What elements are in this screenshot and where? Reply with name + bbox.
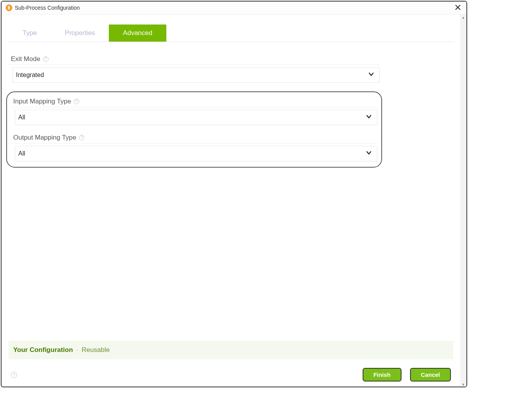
- tab-advanced[interactable]: Advanced: [109, 24, 166, 42]
- footer: ? Finish Cancel: [9, 367, 453, 387]
- select-value: Integrated: [16, 72, 44, 79]
- summary-label: Your Configuration: [13, 346, 73, 354]
- select-value: All: [18, 114, 25, 121]
- close-icon[interactable]: [453, 4, 463, 12]
- scroll-down-arrow[interactable]: ▼: [460, 382, 466, 387]
- cancel-button[interactable]: Cancel: [410, 368, 451, 382]
- summary-value: Reusable: [82, 346, 110, 354]
- field-label: Exit Mode: [11, 55, 40, 63]
- form-area: Exit Mode ? Integrated Input Mapping Typ…: [9, 42, 380, 168]
- help-icon[interactable]: ?: [11, 372, 17, 378]
- chevron-down-icon: [366, 114, 372, 121]
- config-summary: Your Configuration · Reusable: [9, 341, 453, 359]
- help-icon[interactable]: ?: [79, 135, 84, 140]
- exit-mode-label-row: Exit Mode ?: [9, 55, 380, 65]
- chevron-down-icon: [366, 150, 372, 157]
- tab-type[interactable]: Type: [9, 24, 51, 42]
- tab-label: Properties: [65, 29, 95, 37]
- tab-label: Advanced: [123, 29, 152, 37]
- output-mapping-select[interactable]: All: [15, 146, 377, 161]
- finish-button[interactable]: Finish: [363, 368, 402, 382]
- input-mapping-select[interactable]: All: [15, 110, 377, 125]
- titlebar: Sub-Process Configuration: [2, 2, 466, 14]
- mapping-type-highlight: Input Mapping Type ? All Output Mapping …: [6, 91, 382, 168]
- exit-mode-select[interactable]: Integrated: [12, 67, 380, 83]
- input-mapping-label-row: Input Mapping Type ?: [11, 98, 377, 107]
- chevron-down-icon: [368, 72, 374, 79]
- help-icon[interactable]: ?: [74, 99, 79, 104]
- select-value: All: [18, 150, 25, 157]
- dialog-frame: Sub-Process Configuration Type Propertie…: [1, 1, 467, 387]
- tab-label: Type: [23, 29, 37, 37]
- vertical-scrollbar[interactable]: ▲ ▼: [460, 14, 466, 387]
- tab-bar: Type Properties Advanced: [9, 24, 453, 42]
- separator-dot: ·: [77, 346, 79, 354]
- content: Type Properties Advanced Exit Mode ? Int…: [2, 14, 460, 387]
- app-icon: [5, 4, 12, 11]
- dialog-title: Sub-Process Configuration: [15, 5, 453, 11]
- scroll-track[interactable]: [460, 21, 466, 382]
- field-label: Output Mapping Type: [13, 134, 76, 142]
- help-icon[interactable]: ?: [43, 56, 49, 62]
- field-label: Input Mapping Type: [13, 98, 71, 105]
- output-mapping-label-row: Output Mapping Type ?: [11, 134, 377, 144]
- scroll-area: Type Properties Advanced Exit Mode ? Int…: [2, 14, 466, 387]
- tab-properties[interactable]: Properties: [51, 24, 109, 42]
- scroll-up-arrow[interactable]: ▲: [460, 14, 466, 21]
